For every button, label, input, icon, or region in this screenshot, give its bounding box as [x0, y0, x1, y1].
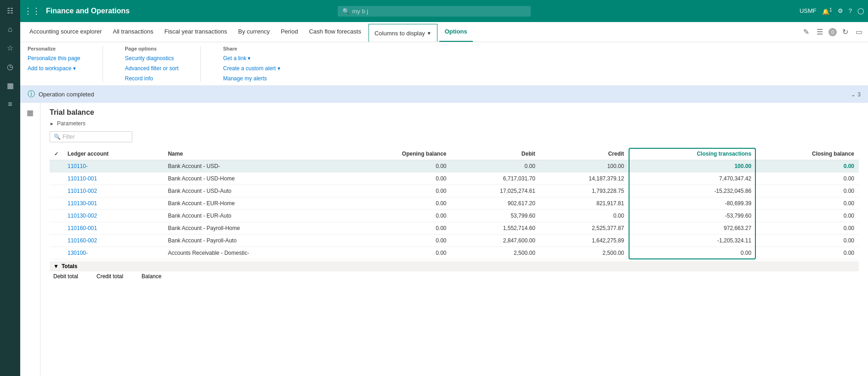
nav-star-icon[interactable]: ☆	[0, 39, 20, 57]
cell-account[interactable]: 110110-	[63, 160, 163, 173]
cell-checkbox[interactable]	[50, 247, 63, 259]
nav-recent-icon[interactable]: ◷	[0, 58, 20, 76]
cell-checkbox[interactable]	[50, 197, 63, 210]
cell-closing-tx: 972,663.27	[629, 222, 756, 235]
status-bar: ⓘ Operation completed ⌄ 3	[20, 86, 868, 103]
nav-home-icon[interactable]: ⌂	[0, 21, 20, 38]
cell-credit: 2,500.00	[540, 247, 629, 259]
cell-opening: 0.00	[344, 160, 451, 173]
cell-closing-bal: 0.00	[756, 210, 859, 222]
open-new-icon[interactable]: ▭	[854, 26, 864, 38]
ribbon-get-link[interactable]: Get a link ▾	[223, 55, 280, 62]
layout-icon[interactable]: ☰	[815, 26, 825, 38]
nav-cash-flow[interactable]: Cash flow forecasts	[303, 22, 366, 42]
search-input[interactable]	[352, 8, 526, 15]
nav-options[interactable]: Options	[439, 22, 473, 42]
cell-account[interactable]: 110160-001	[63, 222, 163, 235]
status-info-icon: ⓘ	[28, 90, 35, 99]
th-checkbox[interactable]: ✓	[50, 148, 63, 160]
table-body: 110110- Bank Account - USD- 0.00 0.00 10…	[50, 160, 859, 259]
th-credit: Credit	[540, 148, 629, 160]
cell-checkbox[interactable]	[50, 185, 63, 197]
cell-closing-bal: 0.00	[756, 247, 859, 259]
ribbon-divider-1	[102, 46, 103, 82]
top-bar-right: USMF 🔔1 ⚙ ? ◯	[800, 7, 864, 15]
totals-section: ▼ Totals Debit total Credit total Balanc…	[50, 261, 859, 281]
ribbon-custom-alert[interactable]: Create a custom alert ▾	[223, 65, 280, 72]
nav-period[interactable]: Period	[275, 22, 304, 42]
nav-accounting-source[interactable]: Accounting source explorer	[24, 22, 108, 42]
cell-name: Bank Account - USD-	[163, 160, 344, 173]
settings-icon[interactable]: ⚙	[838, 7, 843, 14]
ribbon-add-workspace[interactable]: Add to workspace ▾	[28, 65, 80, 72]
cell-account[interactable]: 110130-002	[63, 210, 163, 222]
cell-closing-tx: -15,232,045.86	[629, 185, 756, 197]
ribbon-record-info[interactable]: Record info	[125, 75, 179, 82]
cell-closing-tx: -80,699.39	[629, 197, 756, 210]
totals-header[interactable]: ▼ Totals	[50, 261, 859, 271]
cell-account[interactable]: 110160-002	[63, 235, 163, 247]
ribbon-manage-alerts[interactable]: Manage my alerts	[223, 75, 280, 82]
refresh-icon[interactable]: ↻	[840, 26, 850, 38]
cell-opening: 0.00	[344, 173, 451, 185]
totals-label: Totals	[62, 263, 77, 269]
nav-columns-to-display[interactable]: Columns to display ▼	[369, 24, 437, 42]
ribbon-advanced-filter[interactable]: Advanced filter or sort	[125, 65, 179, 72]
filter-input[interactable]	[62, 134, 128, 140]
cell-account[interactable]: 110110-001	[63, 173, 163, 185]
cell-checkbox[interactable]	[50, 210, 63, 222]
cell-closing-bal: 0.00	[756, 160, 859, 173]
nav-grid-icon[interactable]: ☷	[0, 2, 20, 20]
table-row: 130100- Accounts Receivable - Domestic- …	[50, 247, 859, 259]
page-right: ⋮⋮ Finance and Operations 🔍 USMF 🔔1 ⚙ ? …	[20, 0, 868, 376]
apps-icon[interactable]: ⋮⋮	[24, 6, 40, 16]
filter-icon[interactable]: ▦	[27, 108, 34, 117]
cell-account[interactable]: 110130-001	[63, 197, 163, 210]
user-label[interactable]: USMF	[800, 7, 817, 14]
status-expand[interactable]: ⌄ 3	[851, 91, 861, 98]
cell-credit: 14,187,379.12	[540, 173, 629, 185]
parameters-row[interactable]: ► Parameters	[50, 120, 859, 127]
cell-name: Accounts Receivable - Domestic-	[163, 247, 344, 259]
status-message: Operation completed	[39, 91, 94, 98]
cell-debit: 6,717,031.70	[451, 173, 540, 185]
cell-name: Bank Account - Payroll-Home	[163, 222, 344, 235]
nav-workspace-icon[interactable]: ▦	[0, 77, 20, 95]
help-icon[interactable]: ?	[849, 7, 852, 14]
app-title: Finance and Operations	[46, 7, 130, 15]
ribbon-share-actions: Get a link ▾ Create a custom alert ▾ Man…	[223, 55, 280, 82]
cell-closing-tx: 7,470,347.42	[629, 173, 756, 185]
ribbon-personalize-page[interactable]: Personalize this page	[28, 55, 80, 62]
th-opening-balance: Opening balance	[344, 148, 451, 160]
table-container: ✓ Ledger account Name Opening balance De…	[50, 148, 859, 281]
table-row: 110160-002 Bank Account - Payroll-Auto 0…	[50, 235, 859, 247]
section-title: Trial balance	[50, 108, 859, 117]
cell-account[interactable]: 130100-	[63, 247, 163, 259]
cell-checkbox[interactable]	[50, 160, 63, 173]
nav-list-icon[interactable]: ≡	[0, 95, 20, 113]
ribbon-security-diagnostics[interactable]: Security diagnostics	[125, 55, 179, 62]
trial-balance-table: ✓ Ledger account Name Opening balance De…	[50, 148, 859, 259]
cell-checkbox[interactable]	[50, 222, 63, 235]
nav-fiscal-year[interactable]: Fiscal year transactions	[159, 22, 233, 42]
user-avatar[interactable]: ◯	[857, 7, 864, 14]
badge-0: 0	[828, 28, 837, 36]
search-box[interactable]: 🔍	[338, 6, 531, 17]
nav-by-currency[interactable]: By currency	[233, 22, 275, 42]
filter-search-icon: 🔍	[54, 134, 61, 140]
notification-icon[interactable]: 🔔1	[822, 7, 832, 15]
filter-input-wrapper[interactable]: 🔍	[50, 131, 132, 142]
cell-account[interactable]: 110110-002	[63, 185, 163, 197]
ribbon-personalize-actions: Personalize this page Add to workspace ▾	[28, 55, 80, 72]
th-closing-balance: Closing balance	[756, 148, 859, 160]
cell-debit: 17,025,274.61	[451, 185, 540, 197]
cell-closing-tx: 100.00	[629, 160, 756, 173]
nav-all-transactions[interactable]: All transactions	[108, 22, 159, 42]
personalize-icon[interactable]: ✎	[801, 26, 811, 38]
cell-closing-tx: -1,205,324.11	[629, 235, 756, 247]
cell-checkbox[interactable]	[50, 235, 63, 247]
ribbon-page-options-group: Page options Security diagnostics Advanc…	[125, 46, 179, 82]
cell-opening: 0.00	[344, 235, 451, 247]
cell-checkbox[interactable]	[50, 173, 63, 185]
cell-credit: 0.00	[540, 210, 629, 222]
